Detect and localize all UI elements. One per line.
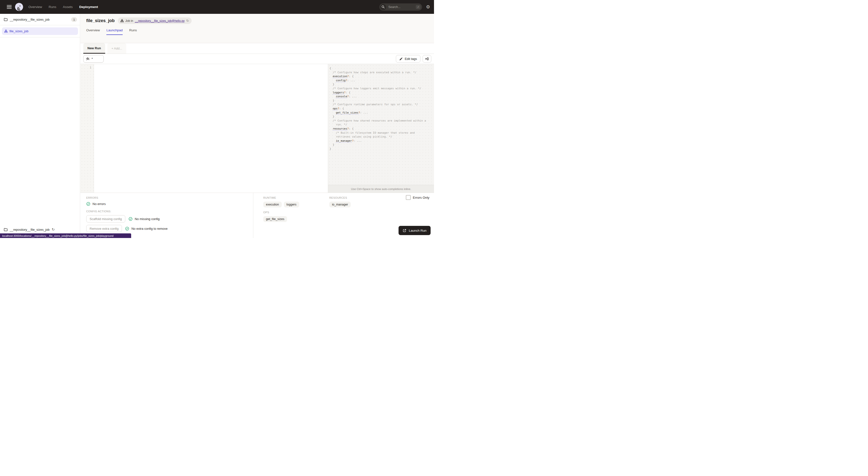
search-box[interactable]: / [379, 3, 422, 11]
reload-repo-icon[interactable]: ↻ [52, 228, 55, 232]
run-config-tabstrip: New Run + Add... [81, 43, 434, 54]
schema-line: /* Configure runtime parameters for ops … [330, 103, 433, 107]
tab-overview[interactable]: Overview [86, 28, 100, 35]
schema-line: } [330, 147, 433, 151]
tag-chip[interactable]: execution [263, 202, 282, 207]
launchpad-content: New Run + Add... * [81, 43, 434, 238]
folder-icon [4, 228, 7, 231]
runtime-label: RUNTIME [263, 196, 329, 199]
errors-label: ERRORS [86, 196, 253, 199]
sidebar-job-label: file_sizes_job [9, 29, 28, 33]
remove-extra-config-button[interactable]: Remove extra config [86, 225, 122, 232]
scaffold-status-text: No missing config [135, 217, 160, 221]
tag-chip[interactable]: get_file_sizes [263, 216, 287, 222]
schema-line: config?: ... [330, 79, 433, 83]
dagster-launchpad-page: Overview Runs Assets Deployment / ⚙ __re… [0, 0, 434, 238]
check-circle-icon [125, 227, 129, 231]
op-selector-input[interactable]: * [83, 55, 104, 63]
breadcrumb: Job in __repository__file_sizes_job@hell… [118, 18, 192, 24]
schema-line: execution?: { [330, 74, 433, 79]
dagster-logo-icon[interactable] [15, 3, 23, 11]
nav-links: Overview Runs Assets Deployment [28, 5, 98, 9]
schema-line: console?: ... [330, 95, 433, 99]
sidebar-item-file-sizes-job[interactable]: file_sizes_job [2, 27, 78, 35]
job-count-badge: 1 [71, 17, 77, 22]
job-tabs: Overview Launchpad Runs [86, 28, 434, 35]
remove-status: No extra config to remove [125, 227, 167, 231]
op-selector-value: * [92, 57, 93, 61]
nav-item-overview[interactable]: Overview [28, 5, 42, 9]
folder-icon [4, 18, 7, 21]
resources-column: RESOURCES io_manager [329, 196, 351, 207]
ops-chips: get_file_sizes [263, 216, 434, 222]
refresh-icon[interactable]: ↻ [186, 19, 189, 22]
schema-line: resources?: { [330, 127, 433, 131]
errors-section: ERRORS No errors CONFIG ACTIONS: Scaffol… [81, 193, 253, 238]
line-number: 1 [81, 66, 94, 69]
sidebar-repo-header[interactable]: __repository__file_sizes_job 1 [0, 14, 80, 25]
schema-line: /* Built-in filesystem IO manager that s… [330, 131, 433, 135]
left-sidebar: __repository__file_sizes_job 1 file_size… [0, 14, 80, 238]
link-preview-url: localhost:3000/locations/__repository__f… [2, 234, 114, 237]
config-editor-area: 1 {/* Configure how steps are executed w… [81, 64, 434, 193]
runtime-chips: executionloggers [263, 202, 329, 207]
config-editor[interactable] [94, 64, 328, 193]
job-icon [4, 30, 7, 33]
schema-line: { [330, 66, 433, 71]
top-navbar: Overview Runs Assets Deployment / ⚙ [0, 0, 434, 14]
sidebar-footer: __repository__file_sizes_job ↻ [4, 228, 55, 232]
tab-runs[interactable]: Runs [129, 28, 137, 35]
schema-line: ops?: { [330, 107, 433, 111]
schema-line: /* Configure how steps are executed with… [330, 71, 433, 75]
edit-tags-label: Edit tags [405, 57, 417, 61]
title-row: file_sizes_job Job in __repository__file… [86, 18, 434, 24]
op-selector-icon [86, 57, 90, 61]
ops-label: OPS [263, 211, 434, 214]
resources-label: RESOURCES [329, 196, 351, 199]
launch-run-button[interactable]: Launch Run [399, 226, 431, 235]
no-errors-text: No errors [93, 202, 106, 206]
autocomplete-hint-text: Use Ctrl+Space to show auto-completions … [351, 188, 411, 191]
remove-status-text: No extra config to remove [131, 227, 167, 231]
tag-chip[interactable]: io_manager [329, 202, 351, 207]
scaffold-missing-config-button[interactable]: Scaffold missing config [86, 215, 125, 223]
main-area: file_sizes_job Job in __repository__file… [81, 14, 434, 238]
check-circle-icon [128, 217, 133, 221]
gear-icon[interactable]: ⚙ [426, 5, 430, 9]
expand-panel-button[interactable] [423, 55, 431, 63]
search-icon [380, 4, 386, 10]
bottom-panel: ERRORS No errors CONFIG ACTIONS: Scaffol… [81, 193, 434, 238]
schema-line: } [330, 115, 433, 119]
schema-line: retrieves values using pickling. */ [330, 135, 433, 139]
schema-line: /* Configure how loggers emit messages w… [330, 87, 433, 91]
errors-only-checkbox[interactable] [406, 195, 411, 200]
tag-chip[interactable]: loggers [284, 202, 299, 207]
sidebar-job-section: file_sizes_job [0, 25, 80, 37]
tab-new-run[interactable]: New Run [83, 43, 105, 54]
launch-run-label: Launch Run [409, 229, 427, 232]
nav-item-runs[interactable]: Runs [49, 5, 56, 9]
config-schema-panel: {/* Configure how steps are executed wit… [328, 64, 434, 193]
search-input[interactable] [388, 5, 414, 9]
scaffold-status: No missing config [128, 217, 160, 221]
nav-item-assets[interactable]: Assets [63, 5, 73, 9]
edit-tags-button[interactable]: Edit tags [396, 55, 421, 63]
schema-line: io_manager?: ... [330, 139, 433, 143]
job-icon [120, 19, 124, 22]
add-config-tab-button[interactable]: + Add... [107, 43, 126, 54]
search-shortcut-key: / [416, 5, 421, 9]
breadcrumb-prefix: Job in [125, 19, 133, 23]
open-right-panel-icon [425, 57, 429, 61]
hamburger-menu-icon[interactable] [7, 5, 12, 9]
schema-line: loggers?: { [330, 91, 433, 95]
errors-only-toggle: Errors Only [406, 195, 429, 200]
tab-launchpad[interactable]: Launchpad [106, 28, 123, 35]
remove-config-row: Remove extra config No extra config to r… [86, 225, 253, 232]
config-actions-label: CONFIG ACTIONS: [86, 210, 253, 213]
nav-item-deployment[interactable]: Deployment [79, 5, 98, 9]
page-header: file_sizes_job Job in __repository__file… [81, 14, 434, 43]
pencil-icon [399, 57, 403, 61]
breadcrumb-repo-link[interactable]: __repository__file_sizes_job@hello.py [135, 19, 185, 23]
schema-line: /* Configure how shared resources are im… [330, 119, 433, 123]
schema-line: run. */ [330, 123, 433, 127]
